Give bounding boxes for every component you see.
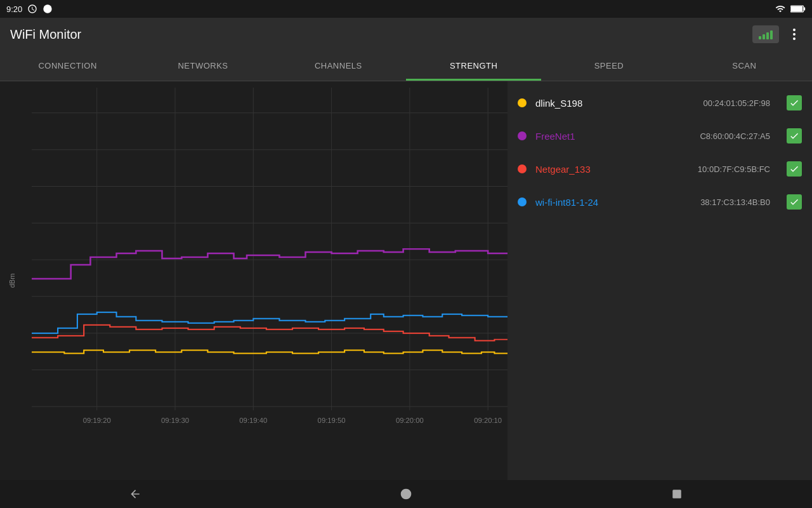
network-dot-freenet bbox=[518, 131, 527, 140]
recent-icon bbox=[671, 488, 683, 500]
svg-text:09:20:10: 09:20:10 bbox=[474, 417, 502, 424]
svg-rect-3 bbox=[791, 6, 802, 11]
tab-speed[interactable]: SPEED bbox=[541, 51, 676, 81]
svg-point-4 bbox=[793, 29, 796, 31]
time-display: 9:20 bbox=[6, 4, 22, 14]
svg-text:09:19:20: 09:19:20 bbox=[83, 417, 111, 424]
network-name-netgear: Netgear_133 bbox=[535, 164, 689, 175]
network-item-netgear[interactable]: Netgear_133 10:0D:7F:C9:5B:FC bbox=[508, 152, 812, 185]
network-item-dlink[interactable]: dlink_S198 00:24:01:05:2F:98 bbox=[508, 86, 812, 119]
signal-bars-icon bbox=[759, 29, 773, 39]
svg-text:09:19:40: 09:19:40 bbox=[239, 417, 267, 424]
svg-rect-2 bbox=[804, 8, 805, 11]
network-dot-wifi-int bbox=[518, 197, 527, 206]
tab-scan[interactable]: SCAN bbox=[677, 51, 812, 81]
tab-connection[interactable]: CONNECTION bbox=[0, 51, 135, 81]
app-title: WiFi Monitor bbox=[10, 27, 81, 42]
tab-networks[interactable]: NETWORKS bbox=[135, 51, 270, 81]
signal-bar-3 bbox=[766, 32, 769, 39]
network-mac-freenet: C8:60:00:4C:27:A5 bbox=[700, 131, 770, 141]
network-check-wifi-int[interactable] bbox=[787, 194, 802, 210]
network-check-dlink[interactable] bbox=[787, 95, 802, 110]
network-name-wifi-int: wi-fi-int81-1-24 bbox=[535, 197, 691, 208]
signal-bar-2 bbox=[763, 34, 765, 39]
svg-text:09:19:50: 09:19:50 bbox=[318, 417, 346, 424]
home-icon bbox=[400, 488, 412, 500]
freenet1-line bbox=[32, 249, 508, 279]
network-dot-netgear bbox=[518, 164, 527, 173]
home-button[interactable] bbox=[393, 481, 419, 507]
alarm-icon bbox=[27, 4, 37, 14]
svg-text:09:20:00: 09:20:00 bbox=[396, 417, 424, 424]
network-name-dlink: dlink_S198 bbox=[535, 98, 694, 109]
signal-bar-1 bbox=[759, 36, 761, 39]
network-name-freenet: FreeNet1 bbox=[535, 131, 691, 142]
status-bar: 9:20 bbox=[0, 0, 812, 18]
app-bar: WiFi Monitor bbox=[0, 18, 812, 51]
check-icon-netgear bbox=[789, 164, 799, 174]
tab-bar: CONNECTION NETWORKS CHANNELS STRENGTH SP… bbox=[0, 51, 812, 81]
battery-icon bbox=[790, 4, 806, 14]
svg-point-6 bbox=[793, 37, 796, 40]
back-button[interactable] bbox=[122, 481, 148, 507]
circle-status-icon bbox=[43, 4, 53, 14]
y-axis-label: dBm bbox=[8, 274, 16, 288]
signal-button[interactable] bbox=[752, 25, 779, 43]
check-icon-freenet bbox=[789, 131, 799, 141]
network-dot-dlink bbox=[518, 98, 527, 107]
more-vert-icon[interactable] bbox=[787, 27, 802, 42]
svg-point-5 bbox=[793, 33, 796, 36]
network-list: dlink_S198 00:24:01:05:2F:98 FreeNet1 C8… bbox=[508, 81, 812, 480]
wifi-int-line bbox=[32, 312, 508, 333]
network-mac-wifi-int: 38:17:C3:13:4B:B0 bbox=[700, 197, 770, 207]
network-check-netgear[interactable] bbox=[787, 161, 802, 177]
network-check-freenet[interactable] bbox=[787, 128, 802, 144]
tab-channels[interactable]: CHANNELS bbox=[271, 51, 406, 81]
status-right bbox=[774, 4, 806, 14]
svg-point-37 bbox=[401, 489, 412, 500]
main-content: dBm -20 -30 -40 -50 -60 -70 bbox=[0, 81, 812, 480]
signal-bar-4 bbox=[770, 30, 773, 39]
wifi-icon bbox=[774, 4, 787, 14]
svg-point-0 bbox=[44, 4, 52, 13]
status-left: 9:20 bbox=[6, 4, 53, 14]
bottom-nav bbox=[0, 480, 812, 508]
recent-button[interactable] bbox=[664, 481, 690, 507]
strength-chart: -20 -30 -40 -50 -60 -70 -80 -90 -100 09:… bbox=[32, 88, 508, 455]
back-icon bbox=[129, 488, 141, 500]
check-icon-dlink bbox=[789, 98, 799, 108]
network-mac-dlink: 00:24:01:05:2F:98 bbox=[703, 98, 770, 108]
network-item-freenet[interactable]: FreeNet1 C8:60:00:4C:27:A5 bbox=[508, 119, 812, 152]
network-mac-netgear: 10:0D:7F:C9:5B:FC bbox=[698, 164, 770, 174]
dlink-line bbox=[32, 351, 508, 354]
app-bar-actions bbox=[752, 25, 802, 43]
chart-area: dBm -20 -30 -40 -50 -60 -70 bbox=[0, 81, 508, 480]
check-icon-wifi-int bbox=[789, 197, 799, 207]
svg-rect-38 bbox=[672, 490, 681, 498]
tab-strength[interactable]: STRENGTH bbox=[406, 51, 541, 81]
network-item-wifi-int[interactable]: wi-fi-int81-1-24 38:17:C3:13:4B:B0 bbox=[508, 185, 812, 218]
svg-text:09:19:30: 09:19:30 bbox=[161, 417, 189, 424]
